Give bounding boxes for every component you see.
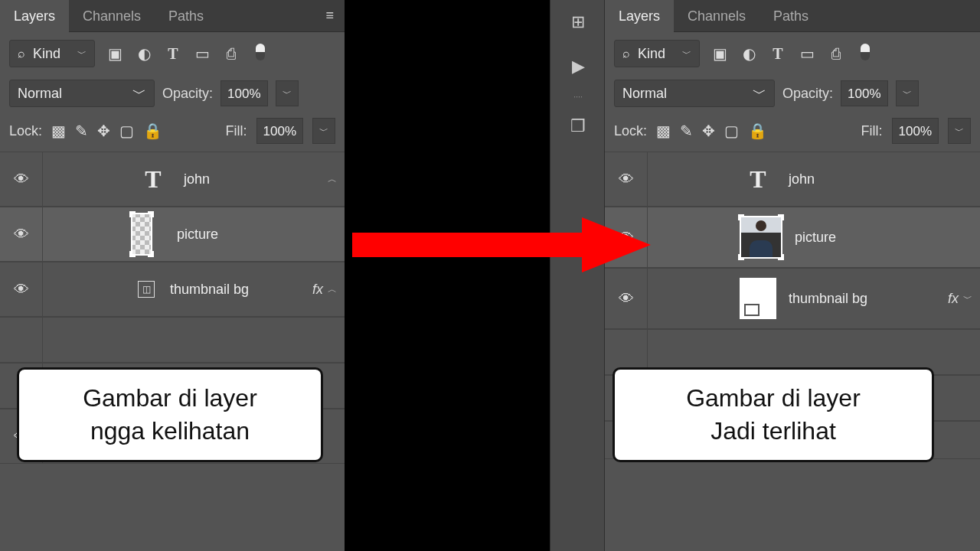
layer-row-picture[interactable]: 👁 picture (0, 207, 345, 262)
fill-chevron[interactable]: ﹀ (948, 118, 971, 144)
opacity-value[interactable]: 100% (220, 80, 267, 106)
filter-shape-icon[interactable]: ▭ (193, 44, 211, 63)
blend-mode-select[interactable]: Normal ﹀ (614, 80, 775, 107)
filter-toggle-icon[interactable] (856, 44, 874, 64)
lock-icons: ▩ ✎ ✥ ▢ 🔒 (656, 122, 767, 140)
fill-value[interactable]: 100% (256, 118, 303, 144)
comparison-arrow (352, 214, 651, 276)
lock-brush-icon[interactable]: ✎ (680, 122, 693, 140)
opacity-chevron[interactable]: ﹀ (896, 80, 919, 106)
fill-label: Fill: (861, 123, 883, 139)
filter-smart-icon[interactable]: ⎙ (827, 45, 845, 63)
lock-position-icon[interactable]: ✥ (702, 122, 715, 140)
layer-thumbnail-small[interactable] (131, 213, 152, 256)
blend-mode-select[interactable]: Normal ﹀ (9, 80, 155, 107)
lock-label: Lock: (614, 123, 647, 139)
shape-layer-icon: ◫ (135, 271, 158, 308)
filter-toggle-icon[interactable] (251, 44, 270, 64)
layer-name[interactable]: thumbnail bg (789, 291, 948, 307)
fx-badge[interactable]: fx (312, 282, 323, 298)
panel-menu-icon[interactable]: ≡ (315, 8, 345, 24)
layer-name[interactable]: john (789, 171, 972, 187)
caption-after: Gambar di layer Jadi terlihat (612, 367, 934, 462)
panel-tabs: Layers Channels Paths (605, 0, 980, 32)
filter-kind-select[interactable]: ⌕ Kind ﹀ (9, 40, 95, 67)
filter-row: ⌕ Kind ﹀ ▣ ◐ T ▭ ⎙ (0, 32, 345, 75)
caption-line: Gambar di layer (34, 382, 305, 415)
lock-row: Lock: ▩ ✎ ✥ ▢ 🔒 Fill: 100% ﹀ (0, 112, 345, 152)
fill-value[interactable]: 100% (892, 118, 939, 144)
filter-pixel-icon[interactable]: ▣ (710, 44, 729, 63)
tab-channels[interactable]: Channels (69, 0, 155, 32)
strip-icon-divider: ···· (550, 89, 606, 104)
caption-line: Gambar di layer (630, 382, 916, 415)
search-icon: ⌕ (622, 47, 630, 60)
layer-name[interactable]: picture (177, 227, 337, 243)
layer-row-thumbnail-bg[interactable]: 👁 ◫ thumbnail bg fx ︿ (0, 262, 345, 317)
layer-name[interactable]: john (184, 171, 328, 187)
layer-row-empty[interactable] (0, 317, 345, 363)
opacity-label: Opacity: (162, 86, 213, 102)
blend-mode-label: Normal (622, 86, 667, 102)
tab-paths[interactable]: Paths (760, 0, 822, 32)
layer-row-thumbnail-bg[interactable]: 👁 thumbnail bg fx ﹀ (605, 268, 980, 329)
lock-artboard-icon[interactable]: ▢ (119, 122, 134, 140)
filter-kind-label: Kind (33, 46, 60, 62)
strip-icon-1[interactable]: ⊞ (550, 0, 606, 44)
lock-artboard-icon[interactable]: ▢ (724, 122, 739, 140)
filter-adjust-icon[interactable]: ◐ (740, 44, 758, 63)
filter-type-icon[interactable]: T (769, 45, 787, 63)
opacity-chevron[interactable]: ﹀ (276, 80, 299, 106)
tab-layers[interactable]: Layers (605, 0, 674, 32)
caption-before: Gambar di layer ngga kelihatan (17, 367, 323, 462)
fill-label: Fill: (226, 123, 247, 139)
expand-fx-icon[interactable]: ︿ (328, 283, 337, 296)
visibility-toggle[interactable]: 👁 (0, 207, 43, 262)
lock-icons: ▩ ✎ ✥ ▢ 🔒 (51, 122, 162, 140)
layer-name[interactable]: thumbnail bg (170, 282, 312, 298)
filter-smart-icon[interactable]: ⎙ (222, 45, 240, 63)
lock-transparent-icon[interactable]: ▩ (51, 122, 66, 140)
visibility-toggle[interactable] (0, 317, 43, 363)
visibility-toggle[interactable]: 👁 (0, 152, 43, 207)
filter-shape-icon[interactable]: ▭ (798, 44, 816, 63)
filter-adjust-icon[interactable]: ◐ (135, 44, 153, 63)
layer-row-text[interactable]: 👁 T john ︿ (0, 152, 345, 207)
layer-row-picture[interactable]: 👁 picture (605, 207, 980, 268)
filter-type-icon[interactable]: T (164, 45, 182, 63)
layer-name[interactable]: picture (795, 230, 972, 246)
blend-row: Normal ﹀ Opacity: 100% ﹀ (0, 75, 345, 112)
tab-paths[interactable]: Paths (155, 0, 217, 32)
strip-icon-3d[interactable]: ❒ (550, 104, 606, 148)
layer-thumbnail-shape[interactable] (740, 278, 776, 319)
lock-transparent-icon[interactable]: ▩ (656, 122, 671, 140)
opacity-value[interactable]: 100% (841, 80, 887, 106)
strip-icon-play[interactable]: ▶ (550, 44, 606, 89)
layer-row-text[interactable]: 👁 T john (605, 152, 980, 207)
expand-fx-icon[interactable]: ﹀ (963, 292, 972, 305)
chevron-down-icon: ﹀ (77, 47, 87, 60)
lock-row: Lock: ▩ ✎ ✥ ▢ 🔒 Fill: 100% ﹀ (605, 112, 980, 152)
visibility-toggle[interactable]: 👁 (0, 262, 43, 317)
layer-thumbnail-photo[interactable] (740, 216, 782, 259)
lock-position-icon[interactable]: ✥ (97, 122, 110, 140)
layers-panel-before: Layers Channels Paths ≡ ⌕ Kind ﹀ ▣ ◐ T ▭… (0, 0, 345, 551)
filter-pixel-icon[interactable]: ▣ (106, 44, 124, 63)
text-layer-icon: T (740, 161, 776, 197)
visibility-toggle[interactable]: 👁 (605, 152, 648, 207)
blend-mode-label: Normal (18, 86, 62, 102)
fill-chevron[interactable]: ﹀ (312, 118, 335, 144)
filter-type-icons: ▣ ◐ T ▭ ⎙ (710, 44, 874, 64)
text-layer-icon: T (135, 161, 172, 197)
tab-channels[interactable]: Channels (674, 0, 760, 32)
opacity-label: Opacity: (782, 86, 833, 102)
tab-layers[interactable]: Layers (0, 0, 69, 32)
tool-options-strip: ⊞ ▶ ···· ❒ (550, 0, 605, 551)
scroll-up-icon[interactable]: ︿ (328, 173, 337, 186)
visibility-toggle[interactable]: 👁 (605, 268, 648, 329)
lock-all-icon[interactable]: 🔒 (748, 122, 767, 140)
lock-all-icon[interactable]: 🔒 (143, 122, 162, 140)
lock-brush-icon[interactable]: ✎ (75, 122, 88, 140)
filter-kind-select[interactable]: ⌕ Kind ﹀ (614, 40, 700, 67)
fx-badge[interactable]: fx (948, 291, 959, 307)
